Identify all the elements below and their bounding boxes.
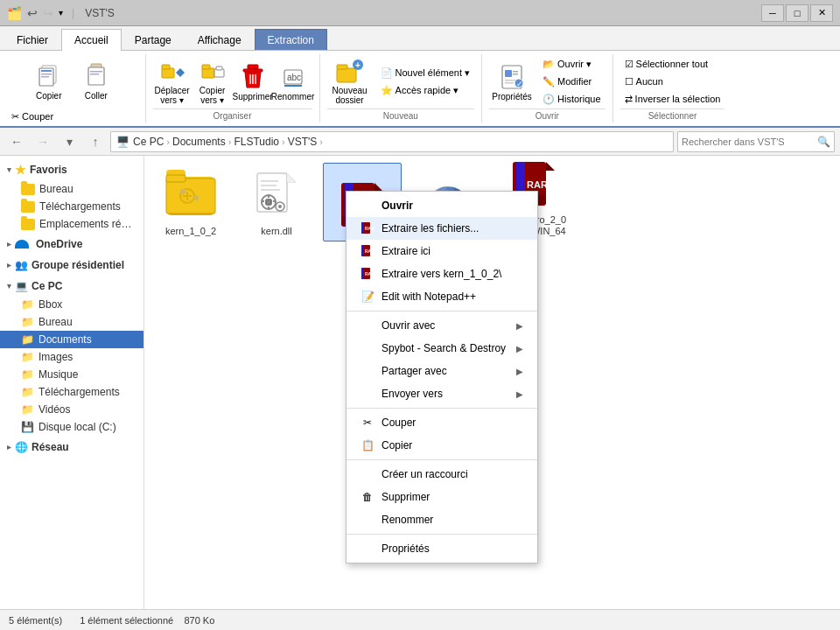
minimize-button[interactable]: ─ <box>761 4 784 22</box>
ctx-creer-raccourci[interactable]: Créer un raccourci <box>346 463 537 486</box>
ctx-ouvrir-avec[interactable]: Ouvrir avec ▶ <box>346 314 537 337</box>
svg-rect-2 <box>41 70 52 72</box>
ctx-couper[interactable]: ✂ Couper <box>346 411 537 434</box>
file-item-kern-dll[interactable]: kern.dll <box>237 163 316 242</box>
sidebar-header-onedrive[interactable]: ▸ OneDrive <box>0 234 144 254</box>
copier-vers-button[interactable]: Copier vers ▾ <box>193 57 232 106</box>
svg-rect-32 <box>513 74 518 75</box>
supprimer-label: Supprimer <box>232 92 272 102</box>
sidebar-item-images[interactable]: 📁 Images <box>0 348 144 366</box>
ouvrir-small-button[interactable]: 📂 Ouvrir ▾ <box>538 56 606 72</box>
bc-flstudio[interactable]: FLSTudio <box>234 136 279 148</box>
selectionner-tout-button[interactable]: ☑ Sélectionner tout <box>620 56 725 72</box>
breadcrumb[interactable]: 🖥️ Ce PC › Documents › FLSTudio › VST'S … <box>110 131 674 152</box>
svg-point-42 <box>180 189 186 194</box>
search-box[interactable]: 🔍 <box>677 131 835 152</box>
coller-button[interactable]: Coller <box>74 56 118 105</box>
ctx-extraire-ici[interactable]: RAR Extraire ici <box>346 240 537 262</box>
bc-icon: 🖥️ <box>116 136 130 148</box>
sidebar-item-telechargements[interactable]: Téléchargements <box>0 198 144 215</box>
nouveau-buttons: + Nouveau dossier 📄 Nouvel élément ▾ ⭐ A… <box>327 54 475 108</box>
sidebar-item-disque[interactable]: 💾 Disque local (C:) <box>0 418 144 436</box>
tab-extraction[interactable]: Extraction <box>255 29 327 50</box>
nouvel-element-button[interactable]: 📄 Nouvel élément ▾ <box>376 65 475 80</box>
quick-access-undo[interactable]: ↩ <box>27 6 38 20</box>
deplacer-vers-button[interactable]: Déplacer vers ▾ <box>153 57 192 106</box>
ctx-envoyer-icon <box>360 387 374 401</box>
proprietes-button[interactable]: ✓ Propriétés <box>489 57 535 106</box>
recent-locations-button[interactable]: ▾ <box>58 131 80 152</box>
sidebar-item-videos[interactable]: 📁 Vidéos <box>0 401 144 418</box>
modifier-button[interactable]: ✏️ Modifier <box>538 74 606 89</box>
copier-label: Copier <box>36 91 61 101</box>
quick-access-redo[interactable]: ↪ <box>43 6 53 20</box>
sidebar-header-cepc[interactable]: ▾ 💻 Ce PC <box>0 276 144 296</box>
emplacements-label: Emplacements réce... <box>39 218 136 230</box>
search-input[interactable] <box>678 136 817 147</box>
tab-fichier[interactable]: Fichier <box>4 29 61 50</box>
sidebar-item-bureau[interactable]: Bureau <box>0 180 144 198</box>
tab-affichage[interactable]: Affichage <box>185 29 255 50</box>
tab-partage[interactable]: Partage <box>122 29 185 50</box>
sidebar-item-emplacements[interactable]: Emplacements réce... <box>0 215 144 233</box>
inverser-selection-button[interactable]: ⇄ Inverser la sélection <box>620 91 725 107</box>
sidebar: ▾ ★ Favoris Bureau Téléchargements Empla… <box>0 156 144 609</box>
nouveau-label: Nouveau <box>327 108 475 122</box>
ctx-separator-4 <box>346 534 537 535</box>
renommer-button[interactable]: abc Renommer <box>274 57 312 106</box>
groupe-label: Groupe résidentiel <box>32 259 124 271</box>
svg-marker-70 <box>546 162 555 171</box>
organiser-buttons: Déplacer vers ▾ Copier vers ▾ Supprimer … <box>153 54 312 108</box>
tab-accueil[interactable]: Accueil <box>61 29 122 51</box>
ctx-envoyer-vers[interactable]: Envoyer vers ▶ <box>346 382 537 405</box>
sidebar-header-favoris[interactable]: ▾ ★ Favoris <box>0 159 144 180</box>
sidebar-item-bbox[interactable]: 📁 Bbox <box>0 296 144 313</box>
svg-rect-9 <box>162 68 174 78</box>
file-area[interactable]: kern_1_0_2 <box>144 156 840 609</box>
file-item-kern-folder[interactable]: kern_1_0_2 <box>151 163 230 242</box>
close-button[interactable]: ✕ <box>810 4 833 22</box>
ctx-renommer[interactable]: Renommer <box>346 508 537 531</box>
copier-button[interactable]: Copier <box>27 56 71 105</box>
supprimer-button[interactable]: Supprimer <box>234 57 272 106</box>
ctx-ouvrir[interactable]: Ouvrir <box>346 194 537 217</box>
bc-documents[interactable]: Documents <box>172 136 226 148</box>
couper-button[interactable]: ✂ Couper <box>7 108 58 124</box>
historique-button[interactable]: 🕐 Historique <box>538 91 606 107</box>
ctx-extraire-fichiers[interactable]: RAR Extraire les fichiers... <box>346 217 537 240</box>
nouveau-dossier-button[interactable]: + Nouveau dossier <box>327 57 373 106</box>
aucun-icon: ☐ <box>625 76 634 88</box>
ctx-proprietes[interactable]: Propriétés <box>346 537 537 560</box>
sidebar-item-bureau2[interactable]: 📁 Bureau <box>0 313 144 331</box>
sidebar-header-groupe[interactable]: ▸ 👥 Groupe résidentiel <box>0 256 144 275</box>
images-icon: 📁 <box>21 351 34 363</box>
up-button[interactable]: ↑ <box>84 131 107 152</box>
selectionner-tout-label: Sélectionner tout <box>636 59 709 69</box>
quick-access-more[interactable]: ▾ <box>59 8 63 18</box>
acces-rapide-icon: ⭐ <box>381 85 393 96</box>
ctx-copier[interactable]: 📋 Copier <box>346 434 537 457</box>
aucun-button[interactable]: ☐ Aucun <box>620 74 725 89</box>
ctx-envoyer-arrow: ▶ <box>516 389 523 399</box>
sidebar-item-musique[interactable]: 📁 Musique <box>0 366 144 383</box>
ctx-edit-notepad[interactable]: 📝 Edit with Notepad++ <box>346 285 537 308</box>
sidebar-item-documents[interactable]: 📁 Documents <box>0 331 144 348</box>
telechargements2-label: Téléchargements <box>38 386 120 398</box>
couper-label: Couper <box>22 111 53 122</box>
dll-icon-large <box>248 168 304 224</box>
bc-vsts[interactable]: VST'S <box>288 136 318 148</box>
acces-rapide-button[interactable]: ⭐ Accès rapide ▾ <box>376 82 475 98</box>
ctx-supprimer[interactable]: 🗑 Supprimer <box>346 486 537 508</box>
ribbon: Copier Coller ✂ Couper 📋 Copier le chemi… <box>0 51 840 128</box>
maximize-button[interactable]: □ <box>786 4 808 22</box>
bc-cepc[interactable]: Ce PC <box>133 136 164 148</box>
ctx-spybot[interactable]: Spybot - Search & Destroy ▶ <box>346 337 537 360</box>
sidebar-header-reseau[interactable]: ▸ 🌐 Réseau <box>0 438 144 457</box>
ctx-extraire-vers[interactable]: RAR Extraire vers kern_1_0_2\ <box>346 262 537 285</box>
back-button[interactable]: ← <box>5 131 28 152</box>
ctx-partager-avec[interactable]: Partager avec ▶ <box>346 360 537 382</box>
sidebar-item-telechargements2[interactable]: 📁 Téléchargements <box>0 383 144 401</box>
ribbon-group-pressepapiers: Copier Coller ✂ Couper 📋 Copier le chemi… <box>0 54 146 122</box>
modifier-icon: ✏️ <box>542 76 555 88</box>
forward-button[interactable]: → <box>32 131 54 152</box>
